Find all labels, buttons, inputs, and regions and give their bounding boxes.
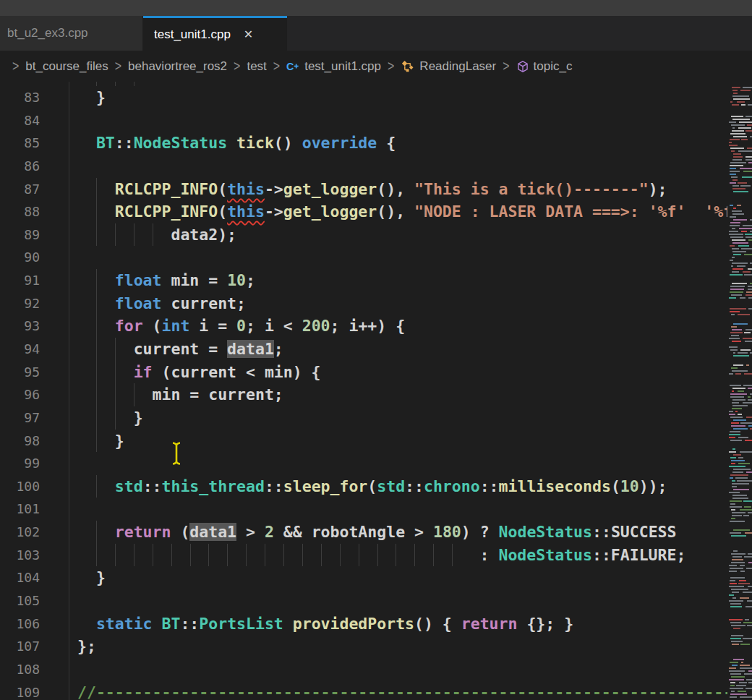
code-line[interactable]: 107}; — [0, 635, 727, 658]
indent-guides — [96, 406, 124, 430]
breadcrumb-item-test-unit1-cpp[interactable]: Ctest_unit1.cpp — [286, 59, 381, 74]
indent-guides — [96, 544, 470, 567]
code-line[interactable]: 91 float min = 10; — [0, 269, 727, 292]
code-line[interactable]: 104 } — [0, 566, 727, 589]
minimap-line — [729, 451, 736, 453]
minimap-line — [729, 373, 733, 375]
minimap-line — [729, 338, 740, 339]
minimap-line — [743, 271, 750, 273]
minimap[interactable] — [729, 82, 752, 700]
code-text: } — [40, 566, 106, 589]
code-line[interactable]: 105 — [0, 589, 727, 612]
minimap-line — [738, 457, 743, 458]
minimap-line — [745, 688, 752, 689]
minimap-line — [743, 638, 752, 639]
minimap-line — [733, 136, 747, 137]
tab-label: bt_u2_ex3.cpp — [7, 26, 88, 40]
minimap-line — [733, 529, 750, 531]
code-line[interactable]: 101 — [0, 498, 727, 521]
line-number: 102 — [0, 521, 40, 544]
code-line[interactable]: 106 static BT::PortsList providedPorts()… — [0, 612, 727, 636]
minimap-line — [729, 586, 744, 587]
code-line[interactable]: 86 — [0, 155, 727, 178]
minimap-line — [738, 314, 750, 315]
minimap-line — [729, 466, 745, 467]
code-text: } — [40, 86, 106, 109]
minimap-line — [730, 165, 743, 166]
code-line[interactable]: 108 — [0, 658, 727, 681]
code-line[interactable]: 83 } — [0, 86, 727, 109]
code-line[interactable]: 89 data2); — [0, 223, 727, 247]
minimap-line — [732, 495, 747, 496]
code-line[interactable]: 85 BT::NodeStatus tick() override { — [0, 132, 727, 155]
minimap-line — [746, 471, 752, 473]
breadcrumb-item-bt-course-files[interactable]: bt_course_files — [25, 59, 108, 74]
code-line[interactable]: 97 } — [0, 406, 727, 430]
minimap-line — [741, 104, 745, 106]
code-line[interactable]: 100 std::this_thread::sleep_for(std::chr… — [0, 475, 727, 498]
code-line[interactable]: 92 float current; — [0, 292, 727, 315]
minimap-line — [741, 662, 743, 663]
line-number: 86 — [0, 155, 40, 178]
minimap-line — [748, 396, 751, 398]
minimap-line — [730, 225, 740, 226]
code-line[interactable]: 109//-----------------------------------… — [0, 681, 727, 700]
line-number: 107 — [0, 635, 40, 658]
code-line[interactable]: 98 } — [0, 430, 727, 453]
minimap-line — [730, 500, 742, 502]
close-icon[interactable]: ✕ — [241, 26, 256, 43]
minimap-line — [746, 568, 752, 569]
code-line[interactable]: 84 — [0, 109, 727, 132]
minimap-line — [738, 414, 743, 415]
minimap-line — [731, 314, 735, 315]
chevron-right-icon: > — [234, 58, 240, 74]
breadcrumb-item-test[interactable]: test — [247, 59, 266, 74]
minimap-line — [730, 580, 735, 581]
minimap-line — [729, 411, 733, 412]
code-line[interactable]: 87 RCLCPP_INFO(this->get_logger(), "This… — [0, 178, 727, 201]
minimap-line — [745, 294, 752, 296]
code-line[interactable]: 93 for (int i = 0; i < 200; i++) { — [0, 315, 727, 338]
minimap-line — [732, 448, 735, 450]
minimap-line — [729, 667, 736, 669]
minimap-line — [745, 159, 752, 161]
minimap-line — [729, 231, 738, 232]
tab-test_unit1[interactable]: test_unit1.cpp ✕ — [143, 16, 287, 51]
minimap-line — [743, 592, 752, 593]
minimap-line — [731, 676, 745, 678]
code-editor[interactable]: 82 data2);83 }8485 BT::NodeStatus tick()… — [0, 82, 752, 700]
code-line[interactable]: 95 if (current < min) { — [0, 361, 727, 384]
minimap-line — [733, 219, 747, 221]
code-line[interactable]: 88 RCLCPP_INFO(this->get_logger(), "NODE… — [0, 200, 727, 223]
minimap-line — [741, 139, 748, 140]
code-line[interactable]: 103 : NodeStatus::FAILURE; — [0, 544, 727, 567]
minimap-line — [747, 148, 752, 149]
minimap-line — [730, 688, 743, 689]
code-line[interactable]: 99 — [0, 452, 727, 475]
breadcrumb-item-topic-c[interactable]: topic_c — [516, 59, 573, 74]
minimap-line — [733, 323, 748, 325]
minimap-line — [743, 225, 752, 226]
minimap-line — [745, 236, 752, 238]
minimap-line — [748, 425, 752, 427]
minimap-line — [730, 474, 748, 476]
minimap-line — [733, 191, 748, 192]
breadcrumb-label: topic_c — [534, 59, 573, 74]
minimap-line — [730, 685, 735, 686]
minimap-line — [735, 411, 738, 412]
code-line[interactable]: 90 — [0, 246, 727, 269]
line-number: 100 — [0, 475, 40, 498]
indent-guides — [96, 361, 124, 384]
breadcrumb-item-behaviortree-ros2[interactable]: behaviortree_ros2 — [128, 59, 227, 74]
minimap-line — [738, 390, 744, 392]
minimap-line — [733, 428, 748, 430]
code-line[interactable]: 94 current = data1; — [0, 338, 727, 361]
minimap-line — [730, 308, 746, 310]
minimap-line — [733, 489, 749, 490]
code-text: float min = 10; — [40, 269, 255, 292]
minimap-line — [740, 644, 750, 645]
code-line[interactable]: 102 return (data1 > 2 && robotAngle > 18… — [0, 521, 727, 544]
code-line[interactable]: 96 min = current; — [0, 383, 727, 406]
tab-bt_u2_ex3[interactable]: bt_u2_ex3.cpp — [0, 16, 143, 51]
breadcrumb-item-readinglaser[interactable]: ReadingLaser — [401, 59, 496, 74]
